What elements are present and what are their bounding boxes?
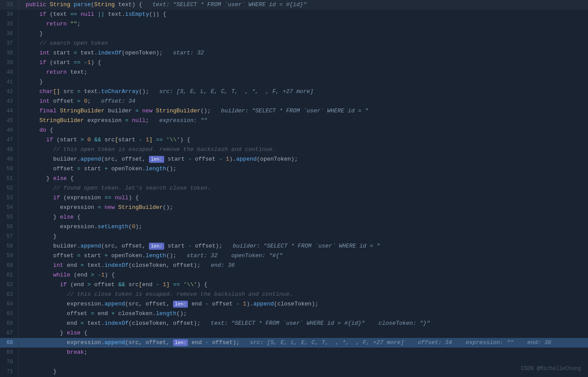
code-line: end = text.indexOf(closeToken, offset); … <box>18 319 588 328</box>
table-row: 55 } else { <box>0 212 588 222</box>
code-line: } <box>18 367 588 377</box>
line-number: 40 <box>0 68 18 77</box>
table-row: 48 // this open token is escaped. remove… <box>0 145 588 154</box>
table-row: 64 expression.append(src, offset, len: e… <box>0 299 588 309</box>
table-row: 65 offset = end + closeToken.length(); <box>0 309 588 319</box>
line-number: 67 <box>0 328 18 338</box>
line-number: 54 <box>0 203 18 212</box>
table-row: 66 end = text.indexOf(closeToken, offset… <box>0 319 588 328</box>
table-row: 70 <box>0 357 588 367</box>
code-line: // this open token is escaped. remove th… <box>18 145 588 154</box>
table-row: 44 final StringBuilder builder = new Str… <box>0 106 588 116</box>
code-line: if (text == null || text.isEmpty()) { <box>18 10 588 19</box>
code-line: } <box>18 232 588 241</box>
code-table: 33 public String parse(String text) { te… <box>0 0 588 377</box>
table-row: 52 // found open token. let's search clo… <box>0 183 588 193</box>
line-number: 71 <box>0 367 18 377</box>
code-line: if (start > 0 && src[start - 1] == '\\')… <box>18 135 588 145</box>
table-row: 39 if (start == -1) { <box>0 58 588 68</box>
code-line: int end = text.indexOf(closeToken, offse… <box>18 261 588 270</box>
table-row: 36 } <box>0 29 588 39</box>
line-number: 62 <box>0 280 18 290</box>
line-number: 51 <box>0 174 18 183</box>
watermark-text: CSDN @MichelleChung <box>521 366 581 372</box>
table-row: 45 StringBuilder expression = null; expr… <box>0 116 588 126</box>
table-row: 56 expression.setLength(0); <box>0 222 588 232</box>
code-line: offset = start + openToken.length(); <box>18 164 588 174</box>
table-row: 38 int start = text.indexOf(openToken); … <box>0 48 588 58</box>
line-number: 70 <box>0 357 18 367</box>
line-number: 48 <box>0 145 18 154</box>
table-row: 71 } <box>0 367 588 377</box>
table-row: 50 offset = start + openToken.length(); <box>0 164 588 174</box>
code-line <box>18 357 588 367</box>
code-line: builder.append(src, offset, len: start -… <box>18 241 588 251</box>
code-line: int start = text.indexOf(openToken); sta… <box>18 48 588 58</box>
line-number: 43 <box>0 97 18 106</box>
line-number: 35 <box>0 19 18 29</box>
table-row: 54 expression = new StringBuilder(); <box>0 203 588 212</box>
line-number: 66 <box>0 319 18 328</box>
table-row: 61 while (end > -1) { <box>0 270 588 280</box>
line-number: 49 <box>0 154 18 164</box>
code-line: if (expression == null) { <box>18 193 588 203</box>
line-number: 41 <box>0 77 18 87</box>
line-number: 65 <box>0 309 18 319</box>
line-number: 61 <box>0 270 18 280</box>
table-row: 35 return ""; <box>0 19 588 29</box>
table-row: 68 expression.append(src, offset, len: e… <box>0 338 588 348</box>
table-row: 60 int end = text.indexOf(closeToken, of… <box>0 261 588 270</box>
code-line: expression.setLength(0); <box>18 222 588 232</box>
line-number: 50 <box>0 164 18 174</box>
line-number: 45 <box>0 116 18 126</box>
line-number: 36 <box>0 29 18 39</box>
line-number: 58 <box>0 241 18 251</box>
code-line: StringBuilder expression = null; express… <box>18 116 588 126</box>
code-line: return ""; <box>18 19 588 29</box>
table-row: 33 public String parse(String text) { te… <box>0 0 588 10</box>
line-number: 53 <box>0 193 18 203</box>
line-number: 47 <box>0 135 18 145</box>
code-line: // search open token <box>18 39 588 48</box>
table-row: 62 if (end > offset && src[end - 1] == '… <box>0 280 588 290</box>
table-row: 47 if (start > 0 && src[start - 1] == '\… <box>0 135 588 145</box>
table-row: 58 builder.append(src, offset, len: star… <box>0 241 588 251</box>
code-line: } <box>18 77 588 87</box>
code-line: public String parse(String text) { text:… <box>18 0 588 10</box>
code-line: } else { <box>18 174 588 183</box>
line-number: 52 <box>0 183 18 193</box>
code-line: offset = start + openToken.length(); sta… <box>18 251 588 261</box>
line-number: 68 <box>0 338 18 348</box>
table-row: 37 // search open token <box>0 39 588 48</box>
code-line: int offset = 0; offset: 34 <box>18 97 588 106</box>
code-line: } <box>18 29 588 39</box>
table-row: 49 builder.append(src, offset, len: star… <box>0 154 588 164</box>
code-line: do { <box>18 126 588 135</box>
code-line: // this close token is escaped. remove t… <box>18 290 588 299</box>
code-line: char[] src = text.toCharArray(); src: [S… <box>18 87 588 97</box>
table-row: 63 // this close token is escaped. remov… <box>0 290 588 299</box>
line-number: 57 <box>0 232 18 241</box>
line-number: 56 <box>0 222 18 232</box>
code-line: if (start == -1) { <box>18 58 588 68</box>
line-number: 64 <box>0 299 18 309</box>
line-number: 44 <box>0 106 18 116</box>
code-line: } else { <box>18 328 588 338</box>
table-row: 59 offset = start + openToken.length(); … <box>0 251 588 261</box>
line-number: 59 <box>0 251 18 261</box>
code-line: expression.append(src, offset, len: end … <box>18 338 588 348</box>
code-line: // found open token. let's search close … <box>18 183 588 193</box>
code-line: builder.append(src, offset, len: start -… <box>18 154 588 164</box>
line-number: 69 <box>0 348 18 357</box>
line-number: 55 <box>0 212 18 222</box>
line-number: 34 <box>0 10 18 19</box>
table-row: 43 int offset = 0; offset: 34 <box>0 97 588 106</box>
table-row: 34 if (text == null || text.isEmpty()) { <box>0 10 588 19</box>
code-line: expression.append(src, offset, len: end … <box>18 299 588 309</box>
line-number: 38 <box>0 48 18 58</box>
line-number: 39 <box>0 58 18 68</box>
code-line: if (end > offset && src[end - 1] == '\\'… <box>18 280 588 290</box>
table-row: 42 char[] src = text.toCharArray(); src:… <box>0 87 588 97</box>
code-line: } else { <box>18 212 588 222</box>
table-row: 53 if (expression == null) { <box>0 193 588 203</box>
